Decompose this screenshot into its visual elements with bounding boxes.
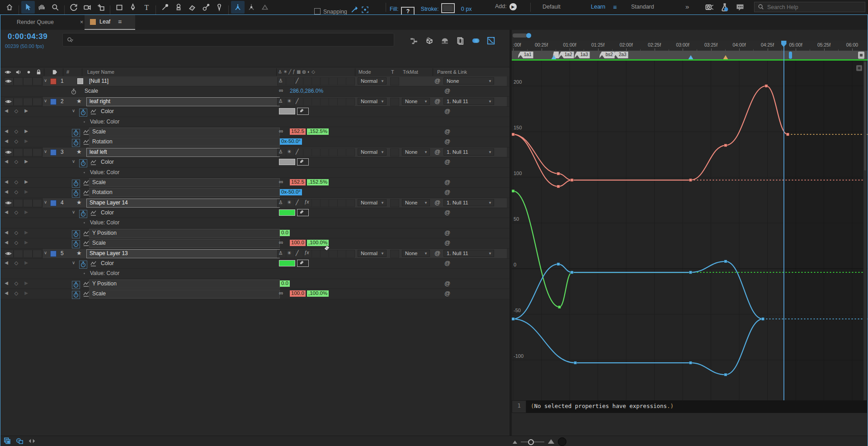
- pickwhip-icon[interactable]: @: [444, 108, 450, 114]
- audio-toggle[interactable]: [14, 77, 23, 85]
- expand-chevron-icon[interactable]: ∨: [44, 98, 47, 103]
- blend-mode-select[interactable]: Normal▼: [358, 98, 387, 105]
- next-keyframe-icon[interactable]: ▶: [23, 209, 29, 214]
- stopwatch-icon[interactable]: [72, 179, 79, 186]
- parent-select[interactable]: None▼: [443, 77, 494, 85]
- marker-bin-button[interactable]: [858, 52, 864, 59]
- graph-vscrollbar-thumb[interactable]: [864, 62, 866, 171]
- include-in-graph-icon[interactable]: [90, 260, 97, 267]
- parent-pickwhip-icon[interactable]: @: [434, 148, 440, 155]
- parent-pickwhip-icon[interactable]: @: [434, 98, 440, 104]
- tool-zoom[interactable]: [48, 1, 62, 14]
- expand-chevron-icon[interactable]: ∨: [44, 199, 47, 204]
- parent-select[interactable]: 1. Null 11▼: [443, 148, 494, 156]
- timeline-search-field[interactable]: [62, 33, 394, 47]
- layer-switch-cell[interactable]: [320, 199, 329, 207]
- motion-blur-icon[interactable]: [468, 35, 483, 46]
- comp-flowchart-icon[interactable]: [406, 35, 422, 46]
- next-keyframe-icon[interactable]: ▶: [23, 290, 29, 295]
- tool-home[interactable]: [3, 1, 16, 14]
- keyframe-toggle-icon[interactable]: ◇: [13, 108, 19, 114]
- comp-marker[interactable]: 1a1: [518, 52, 533, 58]
- include-in-graph-icon[interactable]: [90, 159, 97, 166]
- tool-brush[interactable]: [158, 1, 172, 14]
- property-name[interactable]: Scale: [89, 128, 280, 137]
- layer-switch-cell[interactable]: [303, 148, 312, 157]
- comp-marker[interactable]: bs2: [599, 52, 615, 58]
- time-ruler[interactable]: :00f00:25f01:00f01:25f02:00f02:25f03:00f…: [512, 41, 868, 51]
- audio-toggle[interactable]: [14, 199, 23, 207]
- include-in-graph-icon[interactable]: [90, 108, 97, 115]
- prev-keyframe-icon[interactable]: ◀: [3, 260, 9, 265]
- tool-orbit[interactable]: [67, 1, 80, 14]
- blend-mode-select[interactable]: Normal▼: [358, 250, 387, 257]
- property-value[interactable]: 286.0,286.0%: [290, 88, 323, 94]
- switch-sun-icon[interactable]: ✳: [287, 199, 291, 205]
- pickwhip-icon[interactable]: @: [444, 239, 450, 246]
- keyframe-toggle-icon[interactable]: ◇: [13, 230, 19, 236]
- stopwatch-icon[interactable]: [72, 189, 79, 196]
- pickwhip-icon[interactable]: @: [444, 158, 450, 165]
- workspace-standard[interactable]: Standard: [631, 4, 654, 10]
- keyframe-toggle-icon[interactable]: ◇: [13, 280, 19, 286]
- next-keyframe-icon[interactable]: ▶: [23, 108, 29, 113]
- stopwatch-icon[interactable]: [79, 209, 86, 216]
- playhead-line[interactable]: [783, 41, 784, 400]
- layer-name[interactable]: Shape Layer 13: [86, 249, 280, 258]
- layer-switch-cell[interactable]: [329, 148, 338, 157]
- switch-sun-icon[interactable]: ✳: [287, 98, 291, 104]
- stopwatch-icon[interactable]: [72, 128, 79, 135]
- lock-toggle[interactable]: [33, 199, 42, 207]
- link-dimensions-icon[interactable]: ∞: [279, 239, 283, 246]
- tab-close-icon[interactable]: ×: [80, 19, 83, 25]
- tab-render-queue[interactable]: Render Queue: [17, 19, 54, 25]
- stopwatch-icon[interactable]: [72, 280, 79, 287]
- blend-mode-select[interactable]: Normal▼: [358, 77, 387, 85]
- keyframe-toggle-icon[interactable]: ◇: [13, 138, 19, 144]
- keyframe-toggle-icon[interactable]: ◇: [13, 159, 19, 165]
- lock-toggle[interactable]: [33, 250, 42, 258]
- pickwhip-icon[interactable]: @: [444, 229, 450, 236]
- tab-menu-icon[interactable]: ≡: [118, 18, 122, 25]
- layer-switch-cell[interactable]: [311, 250, 321, 258]
- audio-toggle[interactable]: [14, 98, 23, 106]
- layer-switch-cell[interactable]: [346, 148, 355, 157]
- layer-row[interactable]: ∨ 1 [Null 11] ♙╱ Normal▼ @ None▼: [0, 76, 509, 86]
- layer-switch-cell[interactable]: [329, 77, 338, 85]
- switch-shy-icon[interactable]: ♙: [278, 149, 283, 155]
- switch-quality-icon[interactable]: ╱: [296, 98, 299, 104]
- property-value[interactable]: 0.0: [280, 230, 290, 236]
- tool-clone-stamp[interactable]: [172, 1, 185, 14]
- tool-hand[interactable]: [35, 1, 48, 14]
- parent-pickwhip-icon[interactable]: @: [434, 250, 440, 256]
- layer-switch-cell[interactable]: [311, 148, 321, 157]
- include-in-graph-icon[interactable]: [83, 179, 90, 186]
- prev-keyframe-icon[interactable]: ◀: [3, 209, 9, 214]
- workspace-learn[interactable]: Learn: [591, 4, 605, 10]
- beta-flask-icon[interactable]: [717, 1, 732, 13]
- tool-eraser[interactable]: [185, 1, 199, 14]
- switch-shy-icon[interactable]: ♙: [278, 78, 283, 84]
- solo-toggle[interactable]: [23, 148, 33, 157]
- property-name[interactable]: Rotation: [89, 138, 280, 147]
- value-x[interactable]: 152.5: [290, 128, 306, 135]
- property-name[interactable]: Color: [101, 108, 114, 114]
- prev-keyframe-icon[interactable]: ◀: [3, 240, 9, 245]
- trkmat-select[interactable]: None▼: [402, 199, 430, 206]
- layer-switch-cell[interactable]: [346, 199, 355, 207]
- link-dimensions-icon[interactable]: ∞: [279, 87, 283, 94]
- frame-blending-icon[interactable]: [453, 35, 468, 46]
- property-row[interactable]: ◀ ◇ ▶ Y Position 0.0 @: [0, 228, 509, 238]
- prev-keyframe-icon[interactable]: ◀: [3, 138, 9, 143]
- property-row[interactable]: ◀ ◇ ▶ Scale ∞ 152.5 ,152.5% @: [0, 178, 509, 188]
- shy-layers-icon[interactable]: [437, 35, 453, 46]
- zoom-out-icon[interactable]: [513, 441, 517, 444]
- value-y[interactable]: ,152.5%: [307, 128, 329, 135]
- layer-switch-cell[interactable]: [311, 199, 321, 207]
- next-keyframe-icon[interactable]: ▶: [23, 128, 29, 133]
- audio-toggle[interactable]: [14, 250, 23, 258]
- work-area-end-handle[interactable]: [789, 52, 792, 59]
- layer-name[interactable]: leaf right: [86, 97, 280, 106]
- switch-fx-icon[interactable]: ƒx: [304, 199, 309, 204]
- next-keyframe-icon[interactable]: ▶: [23, 260, 29, 265]
